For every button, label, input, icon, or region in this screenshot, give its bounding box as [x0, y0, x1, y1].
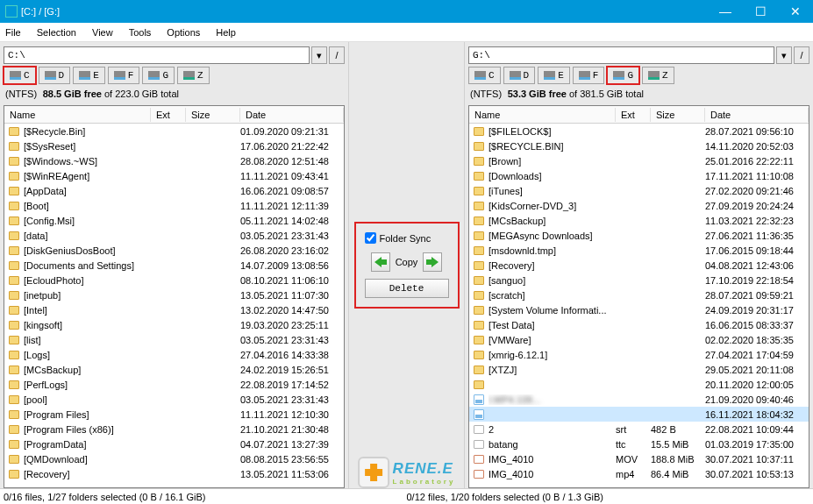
- col-ext[interactable]: Ext: [151, 108, 186, 122]
- list-item[interactable]: [inetpub]13.05.2021 11:07:30: [4, 287, 344, 302]
- list-item[interactable]: [Recovery]04.08.2021 12:43:06: [469, 258, 809, 273]
- list-item[interactable]: [kingsoft]19.03.2020 23:25:11: [4, 317, 344, 332]
- list-item[interactable]: [iTunes]27.02.2020 09:21:46: [469, 183, 809, 198]
- list-item[interactable]: [Config.Msi]05.11.2021 14:02:48: [4, 213, 344, 228]
- list-item[interactable]: [sanguo]17.10.2019 22:18:54: [469, 273, 809, 287]
- list-item[interactable]: 2srt482 B22.08.2021 10:09:44: [469, 422, 809, 437]
- menu-tools[interactable]: Tools: [127, 25, 153, 39]
- list-item[interactable]: [XTZJ]29.05.2021 20:11:08: [469, 362, 809, 377]
- col-date[interactable]: Date: [240, 108, 344, 122]
- menu-options[interactable]: Options: [165, 25, 202, 39]
- list-item[interactable]: [QMDownload]08.08.2015 23:56:55: [4, 451, 344, 466]
- list-item[interactable]: [$Windows.~WS]28.08.2020 12:51:48: [4, 153, 344, 168]
- right-path-go[interactable]: /: [794, 46, 809, 64]
- list-item[interactable]: [Downloads]17.11.2021 11:10:08: [469, 168, 809, 183]
- left-status: 0/16 files, 1/27 folders selected (0 B /…: [4, 492, 407, 502]
- list-item[interactable]: [System Volume Informati...24.09.2019 20…: [469, 302, 809, 317]
- drive-button-f[interactable]: F: [573, 67, 605, 84]
- list-item[interactable]: [$SysReset]17.06.2020 21:22:42: [4, 138, 344, 153]
- list-item[interactable]: [MEGAsync Downloads]27.06.2021 11:36:35: [469, 228, 809, 243]
- col-ext[interactable]: Ext: [616, 108, 651, 122]
- list-item[interactable]: [ProgramData]04.07.2021 13:27:39: [4, 437, 344, 451]
- list-item[interactable]: [xmrig-6.12.1]27.04.2021 17:04:59: [469, 347, 809, 362]
- folder-sync-checkbox[interactable]: Folder Sync: [365, 232, 449, 244]
- list-item[interactable]: [Test Data]16.06.2015 08:33:37: [469, 317, 809, 332]
- list-item[interactable]: [list]03.05.2021 23:31:43: [4, 332, 344, 347]
- list-item[interactable]: [$WinREAgent]11.11.2021 09:43:41: [4, 168, 344, 183]
- drive-button-z[interactable]: Z: [177, 67, 210, 84]
- maximize-button[interactable]: ☐: [743, 0, 778, 23]
- list-item[interactable]: [$FILELOCK$]28.07.2021 09:56:10: [469, 124, 809, 138]
- menu-help[interactable]: Help: [214, 25, 238, 39]
- list-item[interactable]: [EcloudPhoto]08.10.2021 11:06:10: [4, 273, 344, 287]
- right-drive-bar: CDEFGZ: [468, 67, 809, 86]
- menu-file[interactable]: File: [4, 25, 23, 39]
- drive-button-d[interactable]: D: [39, 67, 71, 84]
- list-item[interactable]: [scratch]28.07.2021 09:59:21: [469, 287, 809, 302]
- list-item[interactable]: [AppData]16.06.2021 09:08:57: [4, 183, 344, 198]
- col-size[interactable]: Size: [651, 108, 705, 122]
- list-item[interactable]: [Brown]25.01.2016 22:22:11: [469, 153, 809, 168]
- list-item[interactable]: batangttc15.5 MiB01.03.2019 17:35:00: [469, 437, 809, 451]
- left-list-header[interactable]: Name Ext Size Date: [4, 106, 344, 124]
- right-file-list[interactable]: Name Ext Size Date [$FILELOCK$]28.07.202…: [468, 105, 809, 488]
- list-item[interactable]: [Program Files]11.11.2021 12:10:30: [4, 407, 344, 422]
- left-path-input[interactable]: [4, 46, 310, 64]
- list-item[interactable]: [Program Files (x86)]21.10.2021 21:30:48: [4, 422, 344, 437]
- copy-right-button[interactable]: [423, 252, 442, 272]
- drive-button-c[interactable]: C: [468, 67, 501, 84]
- list-item[interactable]: [Intel]13.02.2020 14:47:50: [4, 302, 344, 317]
- right-status: 0/12 files, 1/20 folders selected (0 B /…: [407, 492, 810, 502]
- list-item[interactable]: [data]03.05.2021 23:31:43: [4, 228, 344, 243]
- menu-selection[interactable]: Selection: [35, 25, 78, 39]
- list-item[interactable]: [MCsBackup]24.02.2019 15:26:51: [4, 362, 344, 377]
- list-item[interactable]: 16.11.2021 18:04:32: [469, 407, 809, 422]
- drive-button-g[interactable]: G: [607, 67, 639, 84]
- left-path-go[interactable]: /: [329, 46, 345, 64]
- list-item[interactable]: IMG_4010MOV188.8 MiB30.07.2021 10:37:11: [469, 451, 809, 466]
- list-item[interactable]: [$RECYCLE.BIN]14.11.2020 20:52:03: [469, 138, 809, 153]
- list-item[interactable]: [MCsBackup]11.03.2021 22:32:23: [469, 213, 809, 228]
- drive-button-f[interactable]: F: [108, 67, 140, 84]
- close-button[interactable]: ✕: [778, 0, 813, 23]
- copy-label: Copy: [396, 257, 418, 267]
- delete-button[interactable]: Delete: [365, 279, 449, 298]
- list-item[interactable]: [Documents and Settings]14.07.2009 13:08…: [4, 258, 344, 273]
- copy-left-button[interactable]: [371, 252, 390, 272]
- col-date[interactable]: Date: [705, 108, 809, 122]
- sync-box: Folder Sync Copy Delete: [354, 222, 460, 309]
- list-item[interactable]: [pool]03.05.2021 23:31:43: [4, 392, 344, 407]
- list-item[interactable]: [msdownld.tmp]17.06.2015 09:18:44: [469, 243, 809, 258]
- right-path-input[interactable]: [468, 46, 774, 64]
- col-name[interactable]: Name: [469, 108, 616, 122]
- minimize-button[interactable]: —: [708, 0, 743, 23]
- drive-button-e[interactable]: E: [538, 67, 570, 84]
- list-item[interactable]: [Boot]11.11.2021 12:11:39: [4, 198, 344, 213]
- right-path-dropdown[interactable]: ▾: [776, 46, 792, 64]
- drive-button-e[interactable]: E: [73, 67, 105, 84]
- drive-button-g[interactable]: G: [142, 67, 175, 84]
- folder-sync-check[interactable]: [365, 232, 376, 244]
- left-path-dropdown[interactable]: ▾: [311, 46, 327, 64]
- list-item[interactable]: [Recovery]13.05.2021 11:53:06: [4, 466, 344, 481]
- drive-button-d[interactable]: D: [503, 67, 536, 84]
- drive-button-c[interactable]: C: [4, 67, 36, 84]
- right-list-header[interactable]: Name Ext Size Date: [469, 106, 809, 124]
- left-fs-info: (NTFS) 88.5 GiB free of 223.0 GiB total: [4, 89, 345, 100]
- menu-view[interactable]: View: [90, 25, 115, 39]
- col-size[interactable]: Size: [186, 108, 240, 122]
- list-item[interactable]: IMG_4010mp486.4 MiB30.07.2021 10:53:13: [469, 466, 809, 481]
- list-item[interactable]: [DiskGeniusDosBoot]26.08.2020 23:16:02: [4, 243, 344, 258]
- left-file-list[interactable]: Name Ext Size Date [$Recycle.Bin]01.09.2…: [4, 105, 345, 488]
- list-item[interactable]: [$Recycle.Bin]01.09.2020 09:21:31: [4, 124, 344, 138]
- list-item[interactable]: [KidsCorner-DVD_3]27.09.2019 20:24:24: [469, 198, 809, 213]
- logo-icon: [358, 457, 389, 488]
- list-item[interactable]: 20.11.2020 12:00:05: [469, 377, 809, 392]
- drive-button-z[interactable]: Z: [642, 67, 674, 84]
- list-item[interactable]: [VMWare]02.02.2020 18:35:35: [469, 332, 809, 347]
- list-item[interactable]: I.MP4.108...21.09.2020 09:40:46: [469, 392, 809, 407]
- col-name[interactable]: Name: [4, 108, 151, 122]
- svg-marker-0: [374, 257, 387, 267]
- list-item[interactable]: [Logs]27.04.2016 14:33:38: [4, 347, 344, 362]
- list-item[interactable]: [PerfLogs]22.08.2019 17:14:52: [4, 377, 344, 392]
